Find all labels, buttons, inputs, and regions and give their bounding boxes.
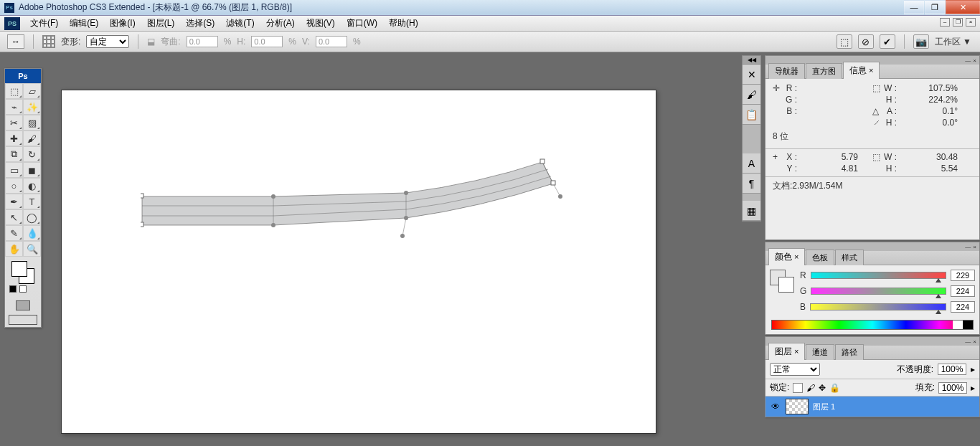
strip-brushes[interactable]: 🖌 (743, 85, 760, 105)
menu-file[interactable]: 文件(F) (24, 15, 64, 32)
panel-close-icon[interactable]: × (973, 338, 976, 345)
blue-slider[interactable] (810, 303, 946, 310)
tab-color[interactable]: 颜色 × (768, 248, 805, 265)
red-slider[interactable] (811, 272, 946, 279)
path-select-tool[interactable]: ↖ (5, 209, 23, 225)
panel-minimize-icon[interactable]: — (965, 57, 971, 64)
canvas[interactable] (61, 90, 656, 434)
panel-close-icon[interactable]: × (973, 57, 976, 64)
shape-tool[interactable]: ◯ (23, 209, 41, 225)
dodge-tool[interactable]: ◐ (23, 178, 41, 194)
healing-tool[interactable]: ✚ (5, 131, 23, 146)
foreground-color-swatch[interactable] (11, 261, 27, 277)
v-input[interactable] (316, 36, 347, 47)
marquee-tool[interactable]: ▱ (23, 83, 41, 99)
stamp-tool[interactable]: ⧉ (5, 146, 23, 162)
menu-analysis[interactable]: 分析(A) (260, 15, 301, 32)
cancel-transform-button[interactable]: ⊘ (858, 34, 874, 49)
green-input[interactable] (951, 285, 975, 297)
doc-restore-button[interactable]: ❐ (953, 18, 963, 27)
tab-info[interactable]: 信息 × (843, 62, 880, 79)
brush-tool[interactable]: 🖌 (23, 131, 41, 146)
bridge-icon[interactable]: 📷 (913, 34, 929, 49)
hand-tool[interactable]: ✋ (5, 241, 23, 257)
layer-thumbnail[interactable] (786, 399, 809, 414)
warp-mode-select[interactable]: 自定 (86, 35, 129, 48)
commit-transform-button[interactable]: ✔ (880, 34, 895, 49)
toolbox-header[interactable]: Ps (5, 69, 41, 83)
tool-indicator-icon[interactable]: ↔ (7, 34, 24, 49)
strip-expand-icon[interactable]: ◀◀ (743, 56, 760, 65)
layer-row[interactable]: 👁 图层 1 (765, 397, 979, 417)
strip-character[interactable]: A (743, 153, 760, 174)
opacity-input[interactable] (938, 364, 966, 375)
blue-input[interactable] (951, 301, 975, 313)
wand-tool[interactable]: ✨ (23, 99, 41, 115)
gradient-tool[interactable]: ◼ (23, 162, 41, 178)
menu-filter[interactable]: 滤镜(T) (220, 15, 260, 32)
type-tool[interactable]: T (23, 194, 41, 209)
blur-tool[interactable]: ○ (5, 178, 23, 194)
orientation-icon[interactable]: ⬓ (147, 37, 155, 47)
standard-mode-button[interactable] (16, 300, 30, 310)
menu-image[interactable]: 图像(I) (104, 15, 141, 32)
ps-logo-icon[interactable]: PS (4, 17, 20, 30)
tab-layers[interactable]: 图层 × (768, 343, 805, 360)
minimize-button[interactable]: — (904, 0, 924, 14)
panel-minimize-icon[interactable]: — (965, 338, 971, 345)
workspace-dropdown[interactable]: 工作区 ▼ (935, 36, 971, 48)
tab-paths[interactable]: 路径 (835, 344, 864, 360)
pen-tool[interactable]: ✒ (5, 194, 23, 209)
strip-clone[interactable]: 📋 (743, 105, 760, 125)
swap-colors-icon[interactable] (19, 285, 27, 293)
switch-mode-icon[interactable]: ⬚ (837, 34, 852, 49)
crop-tool[interactable]: ✂ (5, 115, 23, 131)
menu-window[interactable]: 窗口(W) (341, 15, 383, 32)
menu-layer[interactable]: 图层(L) (141, 15, 181, 32)
tab-navigator[interactable]: 导航器 (768, 63, 805, 79)
eraser-tool[interactable]: ▭ (5, 162, 23, 178)
history-brush-tool[interactable]: ↻ (23, 146, 41, 162)
color-ramp[interactable] (771, 320, 974, 330)
panel-minimize-icon[interactable]: — (965, 244, 971, 250)
zoom-tool[interactable]: 🔍 (23, 241, 41, 257)
menu-help[interactable]: 帮助(H) (383, 15, 424, 32)
red-input[interactable] (951, 270, 975, 281)
blend-mode-select[interactable]: 正常 (770, 363, 820, 376)
lasso-tool[interactable]: ⌁ (5, 99, 23, 115)
close-button[interactable]: ✕ (946, 0, 980, 14)
notes-tool[interactable]: ✎ (5, 225, 23, 241)
maximize-button[interactable]: ❐ (925, 0, 945, 14)
green-slider[interactable] (811, 288, 946, 295)
strip-tool-presets[interactable]: ✕ (743, 65, 760, 85)
warp-grid-icon[interactable] (42, 35, 55, 48)
default-colors-icon[interactable] (9, 285, 17, 293)
lock-all-icon[interactable]: 🔒 (829, 383, 840, 393)
tab-swatches[interactable]: 色板 (806, 250, 834, 265)
warp-shape[interactable] (141, 153, 571, 261)
fill-input[interactable] (938, 382, 967, 394)
lock-position-icon[interactable]: ✥ (819, 383, 826, 393)
lock-transparency-icon[interactable] (793, 383, 803, 393)
opacity-flyout-icon[interactable]: ▸ (971, 364, 975, 374)
strip-layers[interactable]: ▦ (743, 201, 760, 221)
fill-flyout-icon[interactable]: ▸ (971, 383, 975, 393)
menu-view[interactable]: 视图(V) (301, 15, 341, 32)
doc-min-button[interactable]: – (940, 18, 950, 27)
color-picker-swatches[interactable] (770, 270, 796, 293)
move-tool[interactable]: ⬚ (5, 83, 23, 99)
layer-name-label[interactable]: 图层 1 (813, 402, 835, 412)
strip-paragraph[interactable]: ¶ (743, 174, 760, 194)
eyedropper-tool[interactable]: 💧 (23, 225, 41, 241)
h-input[interactable] (251, 36, 283, 47)
tab-histogram[interactable]: 直方图 (806, 63, 842, 79)
menu-edit[interactable]: 编辑(E) (64, 15, 104, 32)
panel-close-icon[interactable]: × (973, 244, 976, 250)
menu-select[interactable]: 选择(S) (180, 15, 220, 32)
tab-styles[interactable]: 样式 (835, 250, 864, 265)
screen-mode-button[interactable] (9, 315, 37, 325)
visibility-toggle-icon[interactable]: 👁 (770, 401, 781, 412)
lock-pixels-icon[interactable]: 🖌 (806, 383, 815, 393)
doc-close-button[interactable]: × (966, 18, 976, 27)
slice-tool[interactable]: ▨ (23, 115, 41, 131)
